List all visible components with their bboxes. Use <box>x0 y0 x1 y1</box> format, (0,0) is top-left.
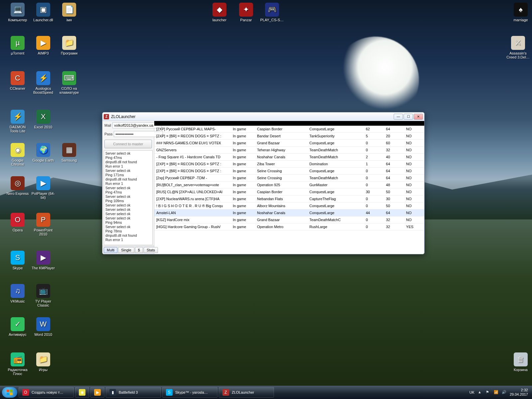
log-line: Server select ok <box>105 151 151 156</box>
log-line: Server select ok <box>105 195 151 199</box>
server-grid[interactable]: [2XP] Русский СЕРВЕР-ALL MAPS-In gameCas… <box>154 126 424 254</box>
desktop-icon[interactable]: 🗑Корзина <box>508 352 532 372</box>
network-icon[interactable]: 📶 <box>494 390 498 395</box>
log-line: Server select ok <box>105 203 151 207</box>
desktop-icon[interactable]: ⚡DAEMON Tools Lite <box>5 110 30 133</box>
desktop-icon[interactable]: PPowerPoint 2010 <box>31 213 56 236</box>
server-row[interactable]: [RUS] CL@N [2XP>ALL UNLOCKED>AIIn gameCa… <box>154 189 424 196</box>
language-indicator[interactable]: UK <box>469 390 474 394</box>
taskbar-button[interactable]: ▮Battlefield 3 <box>106 387 161 398</box>
desktop-icon[interactable]: ♫VKMusic <box>5 284 30 303</box>
log-line: Run error 1 <box>105 164 151 169</box>
log-line: dinput8.dll not found <box>105 177 151 182</box>
log-line: Server select ok <box>105 207 151 212</box>
desktop-icon[interactable]: OOpera <box>5 213 30 232</box>
server-row[interactable]: Amstel-LANIn gameNoshahar CanalsConquest… <box>154 209 424 216</box>
desktop-icon[interactable]: µµTorrent <box>5 36 30 55</box>
pass-label: Pass <box>104 132 112 136</box>
server-row[interactable]: [2xp] Русский СЕРВЕР -TDM -In gameSeine … <box>154 175 424 182</box>
server-row[interactable]: GNZServersIn gameTeheran HighwayTeamDeat… <box>154 147 424 154</box>
desktop-icon[interactable]: ◎Nero Express <box>5 176 30 196</box>
desktop-icon[interactable]: 📄імя <box>57 3 82 22</box>
action-center-icon[interactable]: ⚑ <box>486 390 490 395</box>
mail-label: Mail <box>104 123 111 127</box>
desktop-icon[interactable]: CCCleaner <box>5 71 30 90</box>
tab-cash[interactable]: $ <box>135 247 143 253</box>
desktop-icon[interactable]: 📻Радиоточка Плюс <box>5 352 30 376</box>
close-button[interactable]: ✕ <box>414 114 423 120</box>
desktop-icon[interactable]: 📁Игры <box>31 352 56 372</box>
server-row[interactable]: [2XP] = [BR] = RECON DOGS = SPTZ :In gam… <box>154 133 424 140</box>
desktop-icon[interactable]: ♠marriage <box>508 3 532 22</box>
server-row[interactable]: [HGG] Hardcore Gaming Group - Rush/In ga… <box>154 223 424 230</box>
server-row[interactable]: [RU]BOLT_clan_server+votemap+voteIn game… <box>154 182 424 189</box>
server-row[interactable]: [2XP] = [BR] = RECON DOGS = SPTZ :In gam… <box>154 161 424 168</box>
tab-multi[interactable]: Multi <box>104 247 117 253</box>
taskbar-button[interactable]: SSkype™ - yarosla… <box>162 387 217 398</box>
desktop-icon[interactable]: 🎮PLAY_CS-S… <box>259 3 285 22</box>
desktop-icon[interactable]: ◉Google Chrome <box>5 143 30 166</box>
left-panel: Mail Pass Connect to master Server selec… <box>102 121 154 254</box>
start-button[interactable] <box>2 387 17 398</box>
tray-arrow-icon[interactable]: ▲ <box>478 390 482 395</box>
log-line: Ping 78ms <box>105 229 151 233</box>
desktop-icon[interactable]: 📁Програми <box>57 36 82 55</box>
desktop-icon[interactable]: 📺TV Player Classic <box>31 284 56 307</box>
log-panel[interactable]: Server select okPing 47msdinput8.dll not… <box>104 150 153 245</box>
server-row[interactable]: [2XP] NuclearWARS.ru arena [CTF|HAIn gam… <box>154 196 424 202</box>
log-line: dinput8.dll not found <box>105 233 151 238</box>
connect-button[interactable]: Connect to master <box>104 140 152 148</box>
desktop-icon[interactable]: ✓Антивирус <box>5 317 30 336</box>
log-line: Server select ok <box>105 169 151 173</box>
svg-rect-3 <box>10 393 13 395</box>
taskbar-button[interactable]: ◉ <box>75 387 89 398</box>
log-line: Ping 47ms <box>105 156 151 160</box>
server-row[interactable]: ### NRNS-GAMES.COM EU#1 VOTEКIn gameGran… <box>154 140 424 147</box>
taskbar: OСоздать новую т…◉▶▮Battlefield 3SSkype™… <box>0 386 532 399</box>
taskbar-button[interactable]: OСоздать новую т… <box>19 387 74 398</box>
app-icon: Z <box>104 114 109 119</box>
desktop-icon[interactable]: ▶The KMPlayer <box>31 251 56 270</box>
svg-rect-0 <box>7 390 9 392</box>
minimize-button[interactable]: — <box>394 114 403 120</box>
server-row[interactable]: - Frag Square #1 - Hardcore Canals TDIn … <box>154 154 424 161</box>
zlolauncher-window: Z ZLOLauncher — ☐ ✕ Mail Pass Connect to… <box>102 112 425 254</box>
log-line: Server select ok <box>105 225 151 229</box>
maximize-button[interactable]: ☐ <box>404 114 413 120</box>
clock[interactable]: 2:32 29.04.2017 <box>510 388 528 397</box>
desktop-icon[interactable]: XExcel 2010 <box>31 110 56 129</box>
taskbar-button[interactable]: ▶ <box>90 387 104 398</box>
desktop-icon[interactable]: ▣Launcher.dll <box>31 3 56 22</box>
desktop-icon[interactable]: ◆launcher <box>207 3 232 22</box>
desktop-icon[interactable]: SSkype <box>5 251 30 270</box>
system-tray: UK ▲ ⚑ 📶 🔊 2:32 29.04.2017 <box>469 388 530 397</box>
log-line: Ping 47ms <box>105 190 151 195</box>
log-line: Ping 109ms <box>105 199 151 203</box>
window-title: ZLOLauncher <box>111 114 135 119</box>
desktop-icon[interactable]: 🌍Google Earth <box>31 143 56 162</box>
desktop-icon[interactable]: ⌨СОЛО на клавиатуре <box>57 71 82 94</box>
desktop-icon[interactable]: 💻Компьютер <box>5 3 30 22</box>
desktop-icon[interactable]: ▦Samsung <box>57 143 82 162</box>
log-line: Server select ok <box>105 216 151 220</box>
desktop-icon[interactable]: ⚔Assassin's Creed 3.Del… <box>505 36 531 59</box>
titlebar[interactable]: Z ZLOLauncher — ☐ ✕ <box>102 112 424 121</box>
grid-header <box>154 121 424 126</box>
desktop-icon[interactable]: ⚡Auslogics BoostSpeed <box>31 71 56 94</box>
server-row[interactable]: [2XP] = [BR] = RECON DOGS = SPTZ :In gam… <box>154 168 424 175</box>
desktop-icon[interactable]: ▶PotPlayer (64-bit) <box>31 176 56 200</box>
svg-rect-2 <box>7 393 9 395</box>
svg-rect-1 <box>10 390 13 392</box>
server-row[interactable]: [KGZ] HardCore mixIn gameGrand BazaarTea… <box>154 216 424 223</box>
desktop-icon[interactable]: ▶AIMP3 <box>31 36 56 55</box>
tab-single[interactable]: Single <box>118 247 134 253</box>
log-line: Run error 1 <box>105 182 151 186</box>
server-row[interactable]: ! B I G S H O O T E R . R U ® Big ConquI… <box>154 202 424 209</box>
server-row[interactable]: [2XP] Русский СЕРВЕР-ALL MAPS-In gameCas… <box>154 126 424 133</box>
log-line: dinput8.dll not found <box>105 160 151 164</box>
desktop-icon[interactable]: ✦Panzar <box>233 3 259 22</box>
desktop-icon[interactable]: WWord 2010 <box>31 317 56 336</box>
log-line: Ping 94ms <box>105 220 151 225</box>
volume-icon[interactable]: 🔊 <box>502 390 506 395</box>
taskbar-button[interactable]: ZZLOLauncher <box>219 387 274 398</box>
